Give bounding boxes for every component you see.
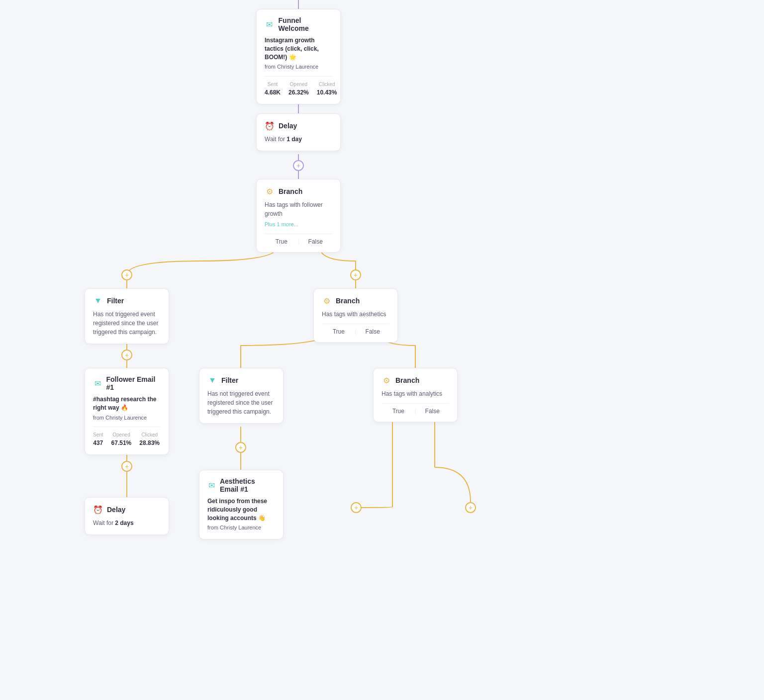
- card-header: ⏰ Delay: [93, 505, 161, 515]
- svg-text:+: +: [469, 504, 473, 512]
- follower-email-card: ✉ Follower Email #1 #hashtag research th…: [85, 368, 169, 455]
- card-from: from Christy Laurence: [207, 524, 275, 532]
- card-title: Funnel Welcome: [279, 16, 332, 32]
- svg-point-9: [122, 270, 132, 280]
- card-header: ▼ Filter: [207, 375, 275, 385]
- true-option: True: [265, 238, 299, 245]
- card-body: Wait for 2 days: [93, 519, 161, 527]
- true-option: True: [322, 328, 356, 335]
- card-body: Has not triggered event registered since…: [207, 389, 275, 416]
- branch-icon: ⚙: [265, 186, 275, 196]
- delay1-card: ⏰ Delay Wait for 1 day: [256, 113, 341, 151]
- stat-sent: Sent 4.68K: [265, 81, 281, 97]
- email-subject: Instagram growth tactics (click, click, …: [265, 36, 332, 61]
- branch-icon: ⚙: [382, 375, 391, 385]
- svg-text:+: +: [125, 351, 129, 359]
- funnel-welcome-card: ✉ Funnel Welcome Instagram growth tactic…: [256, 9, 341, 104]
- card-header: ⚙ Branch: [322, 296, 389, 306]
- card-title: Filter: [107, 297, 124, 305]
- email-icon: ✉: [207, 480, 216, 490]
- card-title: Aesthetics Email #1: [220, 477, 275, 493]
- workflow-canvas: + + + + + +: [0, 0, 764, 700]
- svg-text:+: +: [239, 443, 243, 451]
- card-title: Branch: [395, 376, 419, 384]
- aesthetics-email-card: ✉ Aesthetics Email #1 Get inspo from the…: [199, 470, 284, 539]
- svg-point-27: [466, 503, 476, 513]
- card-body: #hashtag research the right way 🔥 from C…: [93, 395, 161, 447]
- filter-icon: ▼: [207, 375, 217, 385]
- true-option: True: [382, 408, 416, 415]
- card-from: from Christy Laurence: [93, 414, 161, 422]
- svg-point-6: [293, 161, 303, 171]
- filter1-card: ▼ Filter Has not triggered event registe…: [85, 288, 169, 344]
- svg-text:+: +: [296, 162, 300, 170]
- branch1-card: ⚙ Branch Has tags with follower growth P…: [256, 179, 341, 253]
- card-body: Instagram growth tactics (click, click, …: [265, 36, 332, 97]
- svg-point-19: [236, 442, 246, 452]
- card-from: from Christy Laurence: [265, 63, 332, 71]
- card-title: Follower Email #1: [106, 375, 161, 391]
- svg-point-25: [351, 503, 361, 513]
- stat-clicked: Clicked 10.43%: [317, 81, 337, 97]
- stat-opened: Opened 26.32%: [288, 81, 309, 97]
- svg-point-16: [122, 350, 132, 360]
- card-header: ✉ Funnel Welcome: [265, 16, 332, 32]
- branch2-card: ⚙ Branch Has tags with aesthetics True F…: [313, 288, 398, 343]
- filter2-card: ▼ Filter Has not triggered event registe…: [199, 368, 284, 424]
- email-icon: ✉: [265, 19, 275, 29]
- card-title: Delay: [279, 122, 297, 130]
- branch-options: True False: [322, 324, 389, 335]
- false-option: False: [416, 408, 450, 415]
- svg-text:+: +: [354, 271, 358, 279]
- svg-text:+: +: [125, 271, 129, 279]
- stats-row: Sent 437 Opened 67.51% Clicked 28.83%: [93, 427, 161, 447]
- delay-icon: ⏰: [265, 121, 275, 131]
- stats-row: Sent 4.68K Opened 26.32% Clicked 10.43%: [265, 76, 332, 97]
- card-title: Filter: [221, 376, 238, 384]
- svg-text:+: +: [125, 462, 129, 470]
- stat-sent: Sent 437: [93, 431, 103, 447]
- email-subject: #hashtag research the right way 🔥: [93, 395, 161, 412]
- card-header: ✉ Follower Email #1: [93, 375, 161, 391]
- card-header: ⏰ Delay: [265, 121, 332, 131]
- card-title: Branch: [336, 297, 360, 305]
- false-option: False: [299, 238, 333, 245]
- false-option: False: [356, 328, 390, 335]
- email-icon: ✉: [93, 378, 102, 388]
- card-header: ▼ Filter: [93, 296, 161, 306]
- connector-lines: + + + + + +: [0, 0, 764, 700]
- card-body: Has tags with analytics: [382, 389, 449, 398]
- card-body: Has not triggered event registered since…: [93, 310, 161, 337]
- card-body: Wait for 1 day: [265, 135, 332, 144]
- card-header: ✉ Aesthetics Email #1: [207, 477, 275, 493]
- card-header: ⚙ Branch: [382, 375, 449, 385]
- email-subject: Get inspo from these ridiculously good l…: [207, 497, 275, 522]
- branch-icon: ⚙: [322, 296, 332, 306]
- stat-clicked: Clicked 28.83%: [139, 431, 160, 447]
- card-body: Get inspo from these ridiculously good l…: [207, 497, 275, 532]
- branch-options: True False: [265, 234, 332, 245]
- svg-point-12: [351, 270, 361, 280]
- filter-icon: ▼: [93, 296, 103, 306]
- card-title: Branch: [279, 187, 302, 195]
- branch-options: True False: [382, 403, 449, 415]
- card-header: ⚙ Branch: [265, 186, 332, 196]
- stat-opened: Opened 67.51%: [111, 431, 132, 447]
- branch3-card: ⚙ Branch Has tags with analytics True Fa…: [373, 368, 458, 422]
- card-body: Has tags with aesthetics: [322, 310, 389, 319]
- delay2-card: ⏰ Delay Wait for 2 days: [85, 497, 169, 535]
- card-body: Has tags with follower growth Plus 1 mor…: [265, 200, 332, 229]
- svg-text:+: +: [354, 504, 358, 512]
- delay-icon: ⏰: [93, 505, 103, 515]
- card-title: Delay: [107, 506, 125, 514]
- svg-point-30: [122, 461, 132, 471]
